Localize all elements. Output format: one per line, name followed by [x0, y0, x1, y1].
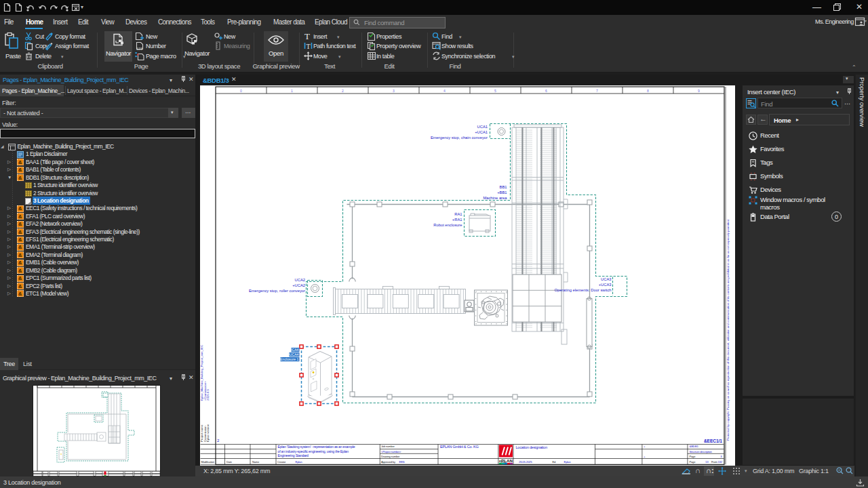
svg-text:2: 2 — [342, 89, 344, 93]
svg-text:3: 3 — [393, 89, 395, 93]
svg-text:4: 4 — [443, 89, 446, 93]
svg-text:UCA2: UCA2 — [295, 278, 305, 282]
svg-text:Eplan 'Stacking system' - repr: Eplan 'Stacking system' - representation… — [278, 445, 355, 449]
svg-text:Date: Date — [226, 460, 233, 464]
svg-text:26.05.2025: 26.05.2025 — [519, 460, 532, 464]
svg-text:Page: Page — [690, 455, 696, 458]
svg-text:From: From — [711, 460, 718, 464]
svg-text:Eplan version: Eplan version — [206, 424, 210, 442]
svg-text:UCA4: UCA4 — [290, 348, 299, 352]
svg-text:EPLAN GmbH & Co. KG: EPLAN GmbH & Co. KG — [440, 445, 479, 449]
svg-text:UCA3: UCA3 — [601, 277, 611, 281]
svg-text:T: T — [307, 43, 311, 50]
svg-text:9: 9 — [698, 89, 700, 93]
svg-text:Structure description: Structure description — [690, 450, 713, 453]
svg-text:1: 1 — [291, 89, 293, 93]
svg-text:<Project number>: <Project number> — [381, 450, 401, 453]
svg-text:Name: Name — [252, 460, 260, 464]
svg-text:+UCA2: +UCA2 — [292, 283, 305, 287]
svg-text:6: 6 — [545, 89, 547, 93]
svg-text:Enclosure 1: Enclosure 1 — [280, 357, 299, 361]
svg-text:RA1: RA1 — [454, 212, 462, 216]
svg-text:+BB1: +BB1 — [497, 190, 507, 195]
svg-text:132: 132 — [717, 460, 722, 464]
svg-text:Drawing number: Drawing number — [381, 455, 400, 458]
svg-text:Eplan: Eplan — [564, 460, 572, 464]
svg-text:+UCA3: +UCA3 — [599, 283, 612, 287]
svg-text:Location designation: Location designation — [516, 445, 547, 449]
svg-text:T: T — [304, 31, 310, 41]
svg-text:Modification: Modification — [201, 460, 215, 464]
svg-text:Creator: Creator — [277, 460, 286, 464]
svg-text:ɛPLAN: ɛPLAN — [499, 458, 513, 463]
svg-text:+UCA1: +UCA1 — [475, 130, 488, 134]
svg-text:7: 7 — [596, 89, 598, 93]
svg-text:8: 8 — [647, 89, 649, 93]
svg-text:123: 123 — [136, 47, 142, 51]
svg-text:5: 5 — [494, 89, 496, 93]
svg-text:Approved by: Approved by — [381, 460, 396, 464]
svg-text:UCA1: UCA1 — [477, 125, 488, 129]
svg-text:&BDB1: &BDB1 — [690, 445, 699, 448]
svg-text:Protected by copyright. Passin: Protected by copyright. Passing on as we… — [726, 219, 730, 441]
svg-text:Page: Page — [690, 460, 696, 464]
svg-text:Operating elements: Door switc: Operating elements: Door switch — [554, 288, 611, 292]
svg-text:Job number: Job number — [381, 445, 395, 448]
svg-text:+RA1: +RA1 — [452, 218, 462, 222]
svg-text:Eplan: Eplan — [296, 460, 303, 464]
svg-text:Robot enclosure: Robot enclosure — [433, 223, 462, 227]
svg-text:BB1: BB1 — [500, 185, 507, 189]
svg-text:Engineering Standard: Engineering Standard — [278, 453, 309, 458]
svg-text:Ed.: Ed. — [553, 460, 557, 464]
svg-text:Machine area: Machine area — [483, 196, 507, 200]
svg-text:&EEC1/1: &EEC1/1 — [704, 439, 722, 443]
svg-text:Emergency stop, chain conveyor: Emergency stop, chain conveyor — [431, 136, 488, 140]
svg-text:0: 0 — [240, 89, 242, 93]
svg-text:EES: EES — [399, 460, 405, 464]
svg-text:+UCA4: +UCA4 — [288, 352, 299, 357]
svg-text:2026.0.3: 2026.0.3 — [206, 389, 210, 401]
svg-text:Emergency stop, roller conveyo: Emergency stop, roller conveyor — [249, 289, 305, 293]
svg-text:of an industry-specific engine: of an industry-specific engineering, usi… — [278, 449, 349, 453]
